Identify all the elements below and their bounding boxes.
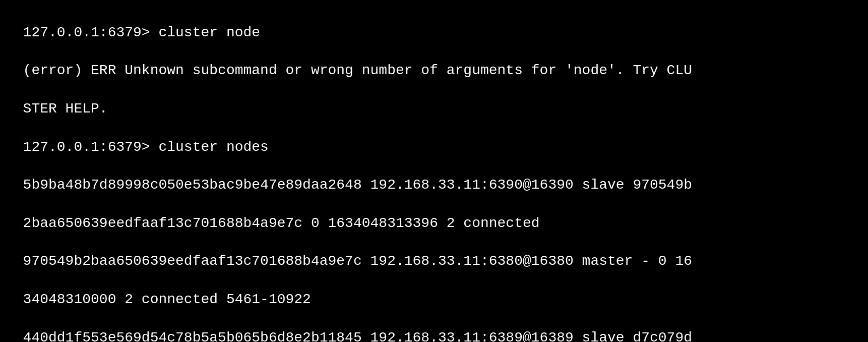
line-2: (error) ERR Unknown subcommand or wrong …: [23, 63, 692, 78]
line-4: 127.0.0.1:6379> cluster nodes: [23, 139, 269, 155]
line-1: 127.0.0.1:6379> cluster node: [23, 25, 260, 40]
line-3: STER HELP.: [23, 101, 108, 117]
line-5: 5b9ba48b7d89998c050e53bac9be47e89daa2648…: [23, 177, 692, 193]
line-7: 970549b2baa650639eedfaaf13c701688b4a9e7c…: [23, 253, 692, 269]
line-8: 34048310000 2 connected 5461-10922: [23, 292, 311, 307]
terminal-output: 127.0.0.1:6379> cluster node (error) ERR…: [6, 4, 862, 342]
line-6: 2baa650639eedfaaf13c701688b4a9e7c 0 1634…: [23, 215, 540, 231]
line-9: 440dd1f553e569d54c78b5a5b065b6d8e2b11845…: [23, 330, 692, 342]
